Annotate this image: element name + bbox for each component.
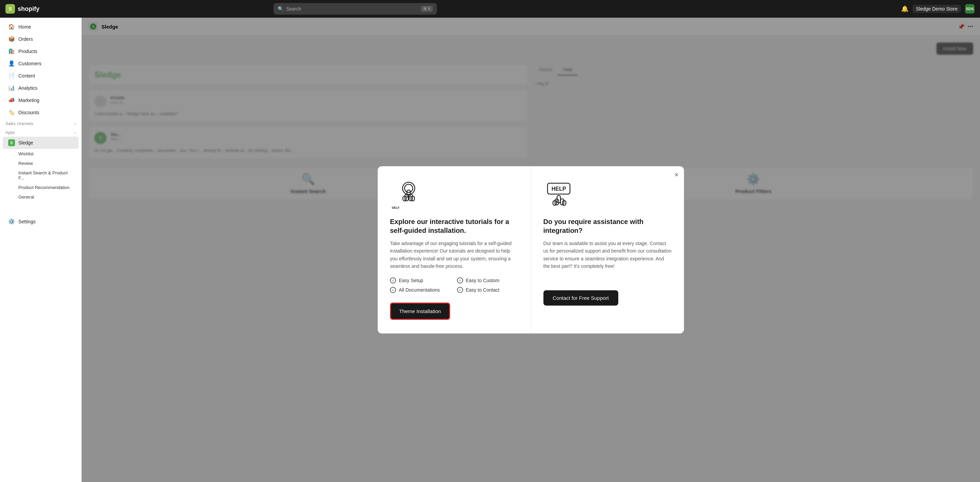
sidebar-item-discounts[interactable]: 🏷️ Discounts (3, 106, 79, 118)
sidebar-sub-item-wishlist[interactable]: Wishlist (3, 149, 79, 159)
sidebar-item-sledge[interactable]: S Sledge (3, 136, 79, 149)
search-shortcut: ⌘ K (421, 6, 433, 12)
notification-bell-icon[interactable]: 🔔 (901, 5, 908, 13)
feature-easy-setup: ✓ Easy Setup (390, 277, 452, 284)
avatar[interactable]: SDS (965, 4, 975, 14)
check-easy-setup-icon: ✓ (390, 277, 396, 284)
main-layout: 🏠 Home 📦 Orders 🛍️ Products 👤 Customers … (0, 17, 980, 482)
discounts-icon: 🏷️ (8, 109, 15, 116)
sidebar-sub-item-product-recommendation[interactable]: Product Recommendation (3, 183, 79, 192)
modal-body: SELF SERVICE Explore our interactive tut… (378, 166, 684, 334)
feature-list: ✓ Easy Setup ✓ Easy to Custom ✓ All Docu… (390, 277, 519, 293)
modal-left-col: SELF SERVICE Explore our interactive tut… (378, 166, 531, 334)
sidebar: 🏠 Home 📦 Orders 🛍️ Products 👤 Customers … (0, 17, 82, 482)
sidebar-item-marketing[interactable]: 📣 Marketing (3, 94, 79, 106)
shopify-wordmark: shopify (18, 5, 40, 13)
sales-channels-expand-icon[interactable]: › (75, 121, 76, 126)
modal-right-desc: Our team is available to assist you at e… (543, 239, 672, 270)
products-icon: 🛍️ (8, 48, 15, 54)
modal-left-desc: Take advantage of our engaging tutorials… (390, 239, 519, 270)
sidebar-home-label: Home (18, 24, 31, 30)
shopify-logo: S shopify (5, 4, 40, 14)
contact-free-support-button[interactable]: Contact for Free Support (543, 290, 618, 306)
feature-easy-custom-label: Easy to Custom (466, 278, 500, 283)
modal-right-col: HELP Do you require assistance with inte… (531, 166, 684, 334)
sidebar-discounts-label: Discounts (18, 110, 39, 115)
modal-close-button[interactable]: × (675, 171, 679, 179)
feature-easy-to-contact: ✓ Easy to Contact (457, 287, 519, 293)
sidebar-analytics-label: Analytics (18, 85, 37, 91)
feature-easy-setup-label: Easy Setup (399, 278, 423, 283)
svg-text:SERVICE: SERVICE (392, 210, 405, 211)
sidebar-item-analytics[interactable]: 📊 Analytics (3, 82, 79, 94)
home-icon: 🏠 (8, 24, 15, 30)
customers-icon: 👤 (8, 60, 15, 67)
sidebar-orders-label: Orders (18, 36, 33, 42)
sales-channels-label: Sales channels (5, 121, 33, 126)
search-placeholder-text: Search (286, 6, 301, 11)
svg-point-3 (404, 184, 413, 192)
sales-channels-section: Sales channels › (0, 119, 81, 127)
feature-all-docs: ✓ All Documentations (390, 287, 452, 293)
shopify-logo-icon: S (5, 4, 15, 14)
apps-expand-icon[interactable]: › (75, 130, 76, 135)
sidebar-content-label: Content (18, 73, 35, 79)
sidebar-item-orders[interactable]: 📦 Orders (3, 33, 79, 45)
svg-text:HELP: HELP (551, 186, 566, 192)
check-easy-contact-icon: ✓ (457, 287, 463, 293)
content-area: S Sledge 📌 ••• Install Now Sledge (82, 17, 980, 482)
feature-easy-to-custom: ✓ Easy to Custom (457, 277, 519, 284)
sidebar-item-settings[interactable]: ⚙️ Settings (3, 216, 79, 227)
check-all-docs-icon: ✓ (390, 287, 396, 293)
top-navigation: S shopify 🔍 Search ⌘ K 🔔 Sledge Demo Sto… (0, 0, 980, 17)
modal-right-heading: Do you require assistance with integrati… (543, 217, 672, 235)
settings-label: Settings (18, 219, 36, 224)
sidebar-sub-item-general[interactable]: General (3, 192, 79, 201)
sidebar-marketing-label: Marketing (18, 98, 39, 103)
analytics-icon: 📊 (8, 85, 15, 91)
apps-section: Apps › (0, 127, 81, 136)
sidebar-customers-label: Customers (18, 61, 41, 66)
modal-left-heading: Explore our interactive tutorials for a … (390, 217, 519, 235)
check-easy-custom-icon: ✓ (457, 277, 463, 284)
self-service-icon: SELF SERVICE (390, 180, 421, 211)
store-name[interactable]: Sledge Demo Store (913, 5, 961, 13)
installation-modal: × (378, 166, 684, 334)
settings-icon: ⚙️ (8, 218, 15, 225)
instant-search-label: Instant Search & Product F... (18, 170, 68, 181)
sidebar-products-label: Products (18, 49, 37, 54)
modal-overlay: × (82, 17, 980, 482)
sidebar-item-customers[interactable]: 👤 Customers (3, 57, 79, 69)
sidebar-item-content[interactable]: 📄 Content (3, 70, 79, 82)
svg-text:SELF: SELF (392, 206, 400, 209)
marketing-icon: 📣 (8, 97, 15, 103)
orders-icon: 📦 (8, 36, 15, 42)
feature-easy-contact-label: Easy to Contact (466, 287, 500, 293)
theme-installation-button[interactable]: Theme Installation (390, 303, 450, 320)
product-recommendation-label: Product Recommendation (18, 185, 69, 190)
search-icon: 🔍 (278, 6, 283, 11)
sidebar-sub-item-review[interactable]: Review (3, 159, 79, 168)
apps-label: Apps (5, 130, 14, 135)
general-label: General (18, 194, 34, 200)
search-bar[interactable]: 🔍 Search ⌘ K (274, 3, 437, 14)
wishlist-label: Wishlist (18, 151, 34, 156)
sidebar-item-home[interactable]: 🏠 Home (3, 21, 79, 33)
sledge-label: Sledge (18, 140, 33, 146)
review-label: Review (18, 161, 33, 166)
sledge-app-icon: S (8, 140, 15, 146)
content-icon: 📄 (8, 72, 15, 79)
top-nav-right: 🔔 Sledge Demo Store SDS (901, 4, 975, 14)
sidebar-item-products[interactable]: 🛍️ Products (3, 45, 79, 57)
help-icon: HELP (543, 180, 574, 211)
sidebar-sub-item-instant-search[interactable]: Instant Search & Product F... (3, 168, 79, 182)
feature-all-docs-label: All Documentations (399, 287, 440, 293)
